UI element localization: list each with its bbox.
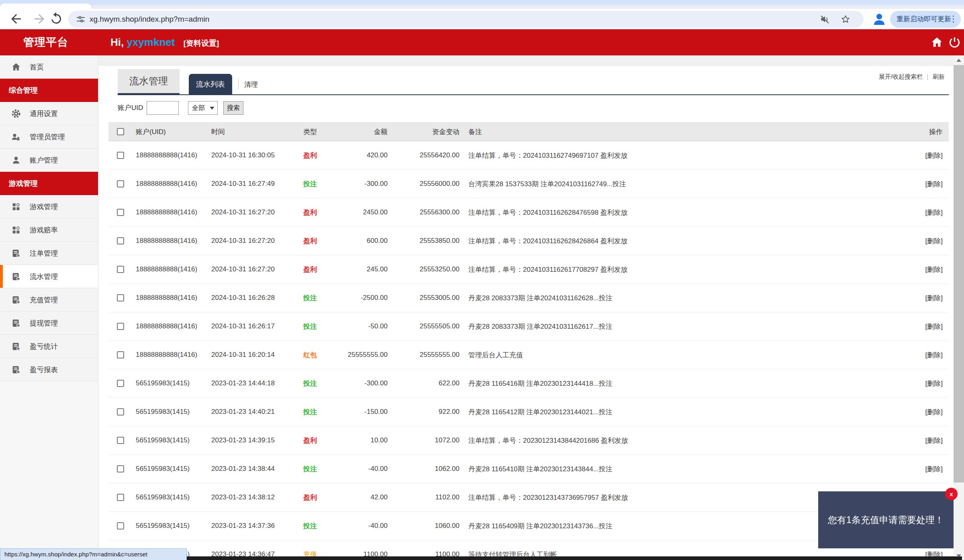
uid-search-input[interactable] <box>147 101 179 115</box>
cell-time: 2023-01-23 14:37:36 <box>211 522 275 530</box>
sidebar-item-盈亏统计[interactable]: 盈亏统计 <box>0 335 98 358</box>
sidebar-item-游戏管理[interactable]: 游戏管理 <box>0 195 98 218</box>
close-icon[interactable]: x <box>945 488 958 500</box>
greeting-text: Hi, <box>110 36 124 48</box>
sidebar-item-首页[interactable]: 首页 <box>0 55 98 79</box>
refresh-link[interactable]: 刷新 <box>933 73 945 81</box>
row-checkbox[interactable] <box>117 266 124 273</box>
back-icon[interactable] <box>9 12 23 26</box>
delete-link[interactable]: [删除] <box>903 179 943 189</box>
sidebar-item-流水管理[interactable]: 流水管理 <box>0 265 98 288</box>
type-filter-select[interactable]: 全部 <box>188 101 218 115</box>
table-row: 18888888888(1416)2024-10-31 16:27:49投注-3… <box>108 170 949 198</box>
cell-amount: 600.00 <box>311 237 388 245</box>
cell-remark: 丹麦28 2083373期 注单20241031162628...投注 <box>468 293 613 303</box>
admins-icon <box>11 132 21 142</box>
sidebar-item-提现管理[interactable]: 提现管理 <box>0 312 98 335</box>
cell-time: 2023-01-23 14:40:21 <box>211 408 275 416</box>
sidebar-item-账户管理[interactable]: 账户管理 <box>0 149 98 172</box>
tab-divider <box>238 79 239 89</box>
row-checkbox[interactable] <box>117 294 124 301</box>
logout-power-icon[interactable] <box>948 36 961 49</box>
delete-link[interactable]: [删除] <box>903 322 943 331</box>
cell-balance: 25553005.00 <box>391 294 460 302</box>
address-bar[interactable]: xg.hwym.shop/index.php?m=admin <box>68 11 864 28</box>
cell-uid: 18888888888(1416) <box>136 180 197 188</box>
bookmark-star-icon[interactable] <box>840 14 851 24</box>
tab-flow-list[interactable]: 流水列表 <box>189 74 232 95</box>
table-row: 18888888888(1416)2024-10-31 16:27:20盈利60… <box>108 227 949 255</box>
row-checkbox[interactable] <box>117 152 124 159</box>
reload-icon[interactable] <box>49 12 63 26</box>
sidebar-item-通用设置[interactable]: 通用设置 <box>0 102 98 125</box>
cell-uid: 18888888888(1416) <box>136 351 197 359</box>
cell-balance: 25555555.00 <box>391 351 460 359</box>
app-brand: 管理平台 <box>23 29 68 55</box>
cell-time: 2023-01-23 14:38:12 <box>211 493 275 501</box>
delete-link[interactable]: [删除] <box>903 293 943 303</box>
delete-link[interactable]: [删除] <box>903 151 943 160</box>
row-checkbox[interactable] <box>117 323 124 330</box>
delete-link[interactable]: [删除] <box>903 464 943 474</box>
delete-link[interactable]: [删除] <box>903 436 943 445</box>
bottom-edge-band <box>184 556 962 560</box>
cell-uid: 18888888888(1416) <box>136 265 197 273</box>
url-text[interactable]: xg.hwym.shop/index.php?m=admin <box>90 11 209 28</box>
tab-clean[interactable]: 清理 <box>244 74 258 95</box>
profile-settings-link[interactable]: [资料设置] <box>184 39 219 47</box>
row-checkbox[interactable] <box>117 351 124 358</box>
row-checkbox[interactable] <box>117 408 124 415</box>
active-browser-tab[interactable] <box>0 4 92 9</box>
row-checkbox[interactable] <box>117 380 124 387</box>
sidebar-item-label: 游戏赔率 <box>30 218 58 242</box>
cell-time: 2023-01-23 14:39:15 <box>211 436 275 444</box>
row-checkbox[interactable] <box>117 237 124 244</box>
tab-underline <box>118 94 949 95</box>
row-checkbox[interactable] <box>117 465 124 472</box>
sidebar-item-游戏赔率[interactable]: 游戏赔率 <box>0 218 98 242</box>
cell-balance: 25553250.00 <box>391 265 460 273</box>
table-row: 18888888888(1416)2024-10-31 16:30:05盈利42… <box>108 141 949 170</box>
row-checkbox[interactable] <box>117 522 124 529</box>
delete-link[interactable]: [删除] <box>903 407 943 417</box>
cell-balance: 25556000.00 <box>391 180 460 188</box>
sidebar-item-盈亏报表[interactable]: 盈亏报表 <box>0 358 98 381</box>
delete-link[interactable]: [删除] <box>903 350 943 360</box>
tab-muted-icon[interactable] <box>819 14 830 24</box>
scroll-up-arrow-icon[interactable] <box>956 59 961 62</box>
delete-link[interactable]: [删除] <box>903 379 943 388</box>
sidebar-item-充值管理[interactable]: 充值管理 <box>0 288 98 312</box>
table-row: 18888888888(1416)2024-10-31 16:27:20盈利24… <box>108 198 949 227</box>
cell-balance: 25555505.00 <box>391 322 460 330</box>
sidebar-item-管理员管理[interactable]: 管理员管理 <box>0 125 98 149</box>
search-button[interactable]: 搜索 <box>223 101 243 115</box>
sidebar-item-注单管理[interactable]: 注单管理 <box>0 242 98 265</box>
cell-remark: 丹麦28 2083373期 注单20241031162617...投注 <box>468 322 613 331</box>
cell-amount: 245.00 <box>311 265 388 273</box>
row-checkbox[interactable] <box>117 437 124 444</box>
delete-link[interactable]: [删除] <box>903 265 943 274</box>
delete-link[interactable]: [删除] <box>903 208 943 217</box>
row-checkbox[interactable] <box>117 494 124 501</box>
header-amount: 金额 <box>311 127 388 136</box>
table-header-row: 账户(UID) 时间 类型 金额 资金变动 备注 操作 <box>108 122 949 141</box>
vertical-scrollbar[interactable] <box>954 55 964 560</box>
sidebar-item-label: 盈亏报表 <box>30 358 58 381</box>
delete-link[interactable]: [删除] <box>903 236 943 246</box>
browser-menu-icon[interactable]: ⋮ <box>949 11 958 28</box>
browser-update-chip[interactable]: 重新启动即可更新 ⋮ <box>890 11 961 28</box>
select-all-checkbox[interactable] <box>117 128 124 135</box>
site-settings-icon[interactable] <box>76 14 86 24</box>
home-icon[interactable] <box>930 36 944 49</box>
toggle-search-bar-link[interactable]: 展开/收起搜索栏 <box>879 73 923 81</box>
row-checkbox[interactable] <box>117 180 124 187</box>
browser-profile-avatar[interactable] <box>871 11 888 28</box>
scrollbar-thumb[interactable] <box>954 65 964 483</box>
home-icon <box>11 62 21 72</box>
sidebar-item-label: 通用设置 <box>30 102 58 125</box>
row-checkbox[interactable] <box>117 209 124 216</box>
username: yxymknet <box>127 36 175 48</box>
grid-icon <box>11 202 21 212</box>
cell-remark: 注单结算，单号：20230123143844201686 盈利发放 <box>468 436 628 445</box>
doc-icon <box>11 248 21 258</box>
